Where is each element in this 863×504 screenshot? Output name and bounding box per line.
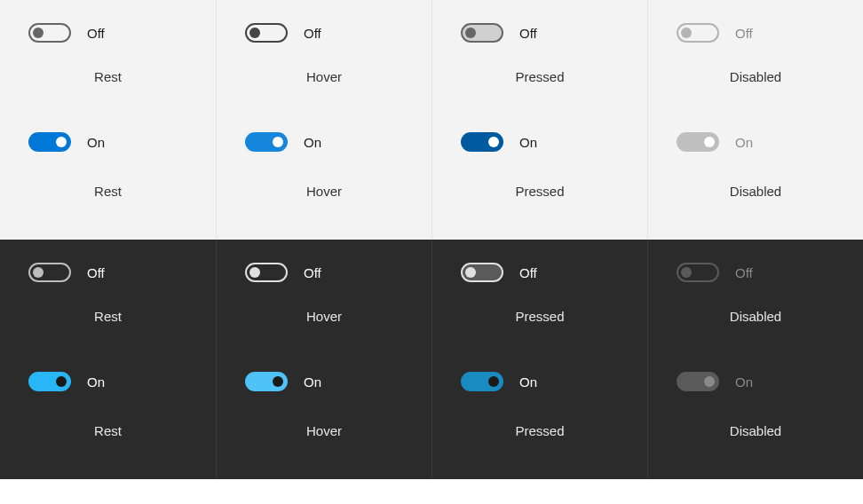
- toggle-label: On: [735, 135, 753, 150]
- toggle-knob: [465, 28, 476, 38]
- toggle-knob: [249, 28, 260, 38]
- toggle-knob: [681, 267, 692, 278]
- toggle-switch[interactable]: [245, 263, 288, 282]
- toggle-switch[interactable]: [245, 132, 288, 152]
- state-caption: Rest: [94, 309, 122, 324]
- column-pressed: Off Pressed On Pressed: [432, 240, 647, 479]
- toggle-switch[interactable]: [28, 263, 71, 282]
- toggle-switch[interactable]: [461, 372, 503, 391]
- state-caption: Hover: [306, 309, 342, 324]
- column-hover: Off Hover On Hover: [216, 0, 432, 240]
- toggle-knob: [488, 137, 499, 147]
- toggle-label: On: [87, 135, 105, 150]
- toggle-switch[interactable]: [245, 372, 288, 391]
- toggle-knob: [249, 267, 260, 278]
- toggle-knob: [465, 267, 476, 278]
- toggle-switch[interactable]: [461, 23, 503, 43]
- toggle-label: Off: [304, 26, 321, 41]
- toggle-switch[interactable]: [28, 132, 71, 152]
- toggle-label: On: [519, 135, 537, 150]
- toggle-label: Off: [735, 26, 753, 41]
- column-disabled: Off Disabled On Disabled: [647, 240, 863, 479]
- column-rest: Off Rest On Rest: [0, 240, 216, 479]
- state-caption: Pressed: [515, 184, 564, 199]
- toggle-row-on-disabled: On: [648, 114, 863, 168]
- column-hover: Off Hover On Hover: [216, 240, 432, 479]
- toggle-knob: [704, 376, 715, 387]
- toggle-knob: [704, 137, 715, 147]
- toggle-switch[interactable]: [28, 372, 71, 391]
- state-caption: Pressed: [515, 69, 564, 84]
- state-caption: Pressed: [515, 423, 564, 438]
- toggle-knob: [33, 28, 44, 38]
- toggle-row-off-pressed: Off: [432, 0, 647, 53]
- toggle-label: Off: [304, 265, 321, 280]
- toggle-label: Off: [735, 265, 753, 280]
- toggle-knob: [33, 267, 44, 278]
- toggle-row-on-rest: On: [0, 354, 216, 407]
- state-caption: Hover: [306, 69, 342, 84]
- toggle-row-off-disabled: Off: [648, 240, 863, 293]
- column-pressed: Off Pressed On Pressed: [432, 0, 647, 240]
- dark-theme-panel: Off Rest On Rest Off Hover On Hover Off …: [0, 240, 863, 479]
- toggle-knob: [488, 376, 499, 387]
- toggle-row-off-rest: Off: [0, 0, 216, 53]
- toggle-row-on-pressed: On: [432, 114, 647, 168]
- state-caption: Rest: [94, 423, 122, 438]
- column-disabled: Off Disabled On Disabled: [647, 0, 863, 240]
- toggle-switch: [677, 263, 719, 282]
- toggle-switch: [677, 23, 719, 43]
- toggle-label: On: [304, 135, 321, 150]
- toggle-switch[interactable]: [461, 263, 503, 282]
- toggle-label: Off: [87, 26, 105, 41]
- column-rest: Off Rest On Rest: [0, 0, 216, 240]
- toggle-switch[interactable]: [28, 23, 71, 43]
- toggle-label: Off: [519, 26, 537, 41]
- state-caption: Disabled: [730, 423, 781, 438]
- toggle-row-off-hover: Off: [217, 0, 432, 53]
- toggle-knob: [56, 137, 67, 147]
- toggle-switch: [677, 132, 719, 152]
- toggle-row-off-pressed: Off: [432, 240, 647, 293]
- toggle-row-on-pressed: On: [432, 354, 647, 407]
- toggle-switch: [677, 372, 719, 391]
- state-caption: Hover: [306, 184, 342, 199]
- toggle-row-off-disabled: Off: [648, 0, 863, 53]
- toggle-row-on-hover: On: [217, 354, 432, 407]
- toggle-knob: [273, 137, 283, 147]
- toggle-label: On: [304, 374, 321, 390]
- toggle-switch[interactable]: [245, 23, 288, 43]
- toggle-row-on-rest: On: [0, 114, 216, 168]
- toggle-label: Off: [87, 265, 105, 280]
- toggle-switch[interactable]: [461, 132, 503, 152]
- state-caption: Rest: [94, 69, 122, 84]
- toggle-knob: [56, 376, 67, 387]
- state-caption: Pressed: [515, 309, 564, 324]
- state-caption: Hover: [306, 423, 342, 438]
- toggle-label: On: [87, 374, 105, 390]
- state-caption: Disabled: [730, 309, 781, 324]
- toggle-row-on-hover: On: [217, 114, 432, 168]
- toggle-label: On: [735, 374, 753, 390]
- state-caption: Disabled: [730, 69, 781, 84]
- toggle-label: On: [519, 374, 537, 390]
- light-theme-panel: Off Rest On Rest Off Hover On Hover Off …: [0, 0, 863, 240]
- toggle-knob: [273, 376, 283, 387]
- state-caption: Disabled: [730, 184, 781, 199]
- toggle-label: Off: [519, 265, 537, 280]
- toggle-row-off-hover: Off: [217, 240, 432, 293]
- toggle-row-off-rest: Off: [0, 240, 216, 293]
- toggle-knob: [681, 28, 692, 38]
- state-caption: Rest: [94, 184, 122, 199]
- toggle-row-on-disabled: On: [648, 354, 863, 407]
